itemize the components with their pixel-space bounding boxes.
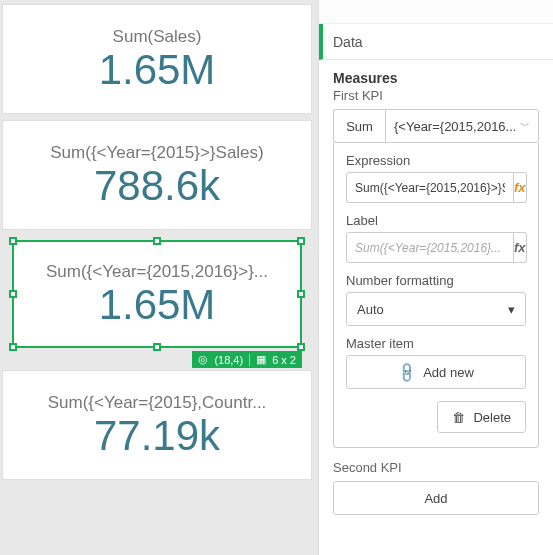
grid-icon: ▦: [256, 353, 266, 366]
delete-button[interactable]: 🗑 Delete: [437, 401, 526, 433]
first-kpi-label: First KPI: [333, 88, 539, 103]
accordion-label: Data: [333, 34, 363, 50]
add-label: Add: [424, 491, 447, 506]
selection-badge: ◎ (18,4) ▦ 6 x 2: [192, 351, 302, 368]
kpi-label: Sum({<Year={2015},Countr...: [40, 393, 275, 413]
kpi-card[interactable]: Sum(Sales) 1.65M: [2, 4, 312, 114]
expression-dropdown[interactable]: {<Year={2015,2016... ﹀: [385, 109, 539, 143]
kpi-value: 77.19k: [94, 415, 220, 457]
resize-handle[interactable]: [9, 343, 17, 351]
aggregation-button[interactable]: Sum: [333, 109, 385, 143]
kpi-card[interactable]: Sum({<Year={2015},Countr... 77.19k: [2, 370, 312, 480]
kpi-value: 1.65M: [99, 49, 216, 91]
resize-handle[interactable]: [9, 290, 17, 298]
delete-label: Delete: [473, 410, 511, 425]
kpi-label: Sum({<Year={2015,2016}>}...: [38, 262, 276, 282]
kpi-label: Sum(Sales): [105, 27, 210, 47]
target-icon: ◎: [198, 353, 208, 366]
link-icon: 🔗: [395, 360, 418, 383]
label-input[interactable]: [346, 232, 514, 263]
add-new-button[interactable]: 🔗 Add new: [346, 355, 526, 389]
resize-handle[interactable]: [297, 237, 305, 245]
accordion-data[interactable]: Data: [319, 24, 553, 60]
master-item-label: Master item: [346, 336, 526, 351]
selection-pos: (18,4): [214, 354, 243, 366]
kpi-value: 788.6k: [94, 165, 220, 207]
panel-top-spacer: [319, 0, 553, 24]
kpi-card[interactable]: Sum({<Year={2015}>}Sales) 788.6k: [2, 120, 312, 230]
number-formatting-select[interactable]: Auto ▾: [346, 292, 526, 326]
selection-size: 6 x 2: [272, 354, 296, 366]
label-field-label: Label: [346, 213, 526, 228]
measure-picker: Sum {<Year={2015,2016... ﹀: [333, 109, 539, 143]
kpi-label: Sum({<Year={2015}>}Sales): [42, 143, 271, 163]
resize-handle[interactable]: [9, 237, 17, 245]
sheet-canvas[interactable]: Sum(Sales) 1.65M Sum({<Year={2015}>}Sale…: [0, 0, 318, 555]
kpi-card-selected[interactable]: Sum({<Year={2015,2016}>}... 1.65M ◎ (18,…: [12, 240, 302, 348]
resize-handle[interactable]: [297, 290, 305, 298]
panel-body: Measures First KPI Sum {<Year={2015,2016…: [319, 60, 553, 555]
properties-panel: Data Measures First KPI Sum {<Year={2015…: [318, 0, 553, 555]
resize-handle[interactable]: [153, 343, 161, 351]
kpi-value: 1.65M: [99, 284, 216, 326]
section-title-measures: Measures: [333, 70, 539, 86]
add-new-label: Add new: [423, 365, 474, 380]
numfmt-value: Auto: [357, 302, 384, 317]
numfmt-field-label: Number formatting: [346, 273, 526, 288]
second-kpi-label: Second KPI: [333, 460, 539, 475]
resize-handle[interactable]: [297, 343, 305, 351]
chevron-down-icon: ﹀: [520, 119, 530, 133]
add-measure-button[interactable]: Add: [333, 481, 539, 515]
expression-short: {<Year={2015,2016...: [394, 119, 516, 134]
expression-input[interactable]: [346, 172, 514, 203]
fx-button[interactable]: fx: [514, 232, 527, 263]
chevron-down-icon: ▾: [508, 302, 515, 317]
trash-icon: 🗑: [452, 410, 465, 425]
resize-handle[interactable]: [153, 237, 161, 245]
measure-details: Expression fx Label fx Number formatting…: [333, 143, 539, 448]
fx-button[interactable]: fx: [514, 172, 527, 203]
expression-field-label: Expression: [346, 153, 526, 168]
